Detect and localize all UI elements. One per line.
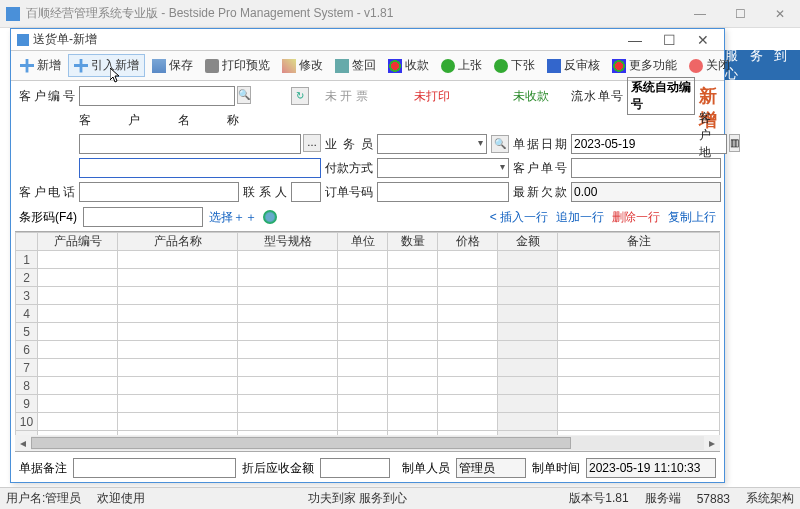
import-new-button[interactable]: 引入新增 <box>68 54 145 77</box>
table-row[interactable]: 4 <box>16 305 720 323</box>
status-unprinted: 未打印 <box>377 88 487 105</box>
cust-addr-input[interactable] <box>79 158 321 178</box>
scroll-right-icon[interactable]: ▸ <box>704 436 720 450</box>
edit-button[interactable]: 修改 <box>277 55 328 76</box>
row-number: 3 <box>16 287 38 305</box>
maketime-value <box>586 458 716 478</box>
print-preview-button[interactable]: 打印预览 <box>200 55 275 76</box>
status-version: 版本号1.81 <box>569 490 628 507</box>
status-slogan: 功夫到家 服务到心 <box>308 490 407 507</box>
label-latest-owe: 最新欠款 <box>513 184 567 201</box>
contact-input[interactable] <box>291 182 321 202</box>
row-number: 1 <box>16 251 38 269</box>
table-row[interactable]: 10 <box>16 413 720 431</box>
grid-wrap: 产品编号 产品名称 型号规格 单位 数量 价格 金额 备注 1234567891… <box>15 231 720 452</box>
status-unpaid: 未收款 <box>513 88 567 105</box>
grid-hscrollbar[interactable]: ◂ ▸ <box>15 435 720 451</box>
inner-min-button[interactable]: — <box>620 32 650 48</box>
scroll-thumb[interactable] <box>31 437 571 449</box>
date-picker-button[interactable]: ▥ <box>729 134 740 152</box>
app-icon <box>6 7 20 21</box>
label-cust-tel: 客户电话 <box>19 184 75 201</box>
table-row[interactable]: 2 <box>16 269 720 287</box>
col-qty[interactable]: 数量 <box>388 233 438 251</box>
pay-button[interactable]: 收款 <box>383 55 434 76</box>
inner-close-button[interactable]: ✕ <box>688 32 718 48</box>
close-button[interactable]: 关闭 <box>684 55 735 76</box>
insert-row-link[interactable]: < 插入一行 <box>490 209 548 226</box>
scroll-left-icon[interactable]: ◂ <box>15 436 31 450</box>
col-prod-no[interactable]: 产品编号 <box>38 233 118 251</box>
cust-no-lookup-button[interactable]: 🔍 <box>237 86 251 104</box>
globe-icon[interactable] <box>263 210 277 224</box>
inner-titlebar: 送货单-新增 — ☐ ✕ <box>11 29 724 51</box>
table-row[interactable]: 3 <box>16 287 720 305</box>
save-button[interactable]: 保存 <box>147 55 198 76</box>
col-unit[interactable]: 单位 <box>338 233 388 251</box>
review-button[interactable]: 反审核 <box>542 55 605 76</box>
close-icon <box>689 59 703 73</box>
table-row[interactable]: 7 <box>16 359 720 377</box>
cust-no-input[interactable] <box>79 86 235 106</box>
col-prod-name[interactable]: 产品名称 <box>118 233 238 251</box>
more-button[interactable]: 更多功能 <box>607 55 682 76</box>
status-welcome: 欢迎使用 <box>97 490 145 507</box>
row-number: 8 <box>16 377 38 395</box>
table-row[interactable]: 9 <box>16 395 720 413</box>
items-grid[interactable]: 产品编号 产品名称 型号规格 单位 数量 价格 金额 备注 1234567891… <box>15 232 720 452</box>
next-button[interactable]: 下张 <box>489 55 540 76</box>
table-row[interactable]: 5 <box>16 323 720 341</box>
refresh-button[interactable]: ↻ <box>291 87 309 105</box>
col-remark[interactable]: 备注 <box>558 233 720 251</box>
label-maker: 制单人员 <box>402 460 450 477</box>
sign-button[interactable]: 签回 <box>330 55 381 76</box>
import-icon <box>74 59 88 73</box>
row-number: 10 <box>16 413 38 431</box>
footer-form: 单据备注 折后应收金额 制单人员 制单时间 <box>11 454 724 482</box>
copy-row-link[interactable]: 复制上行 <box>668 209 716 226</box>
row-number: 5 <box>16 323 38 341</box>
row-number: 4 <box>16 305 38 323</box>
table-row[interactable]: 6 <box>16 341 720 359</box>
outer-close-button[interactable]: ✕ <box>766 7 794 21</box>
print-icon <box>205 59 219 73</box>
barcode-row: 条形码(F4) 选择＋＋ < 插入一行 追加一行 删除一行 复制上行 <box>11 205 724 229</box>
outer-min-button[interactable]: — <box>686 7 714 21</box>
append-row-link[interactable]: 追加一行 <box>556 209 604 226</box>
cust-name-input[interactable] <box>79 134 301 154</box>
status-server: 服务端 <box>645 490 681 507</box>
cust-name-lookup-button[interactable]: … <box>303 134 321 152</box>
review-icon <box>547 59 561 73</box>
table-row[interactable]: 8 <box>16 377 720 395</box>
after-disc-input[interactable] <box>320 458 390 478</box>
label-contact: 联系人 <box>243 184 287 201</box>
label-order-no: 订单号码 <box>325 184 373 201</box>
barcode-input[interactable] <box>83 207 203 227</box>
new-button[interactable]: 新增 <box>15 55 66 76</box>
col-amount[interactable]: 金额 <box>498 233 558 251</box>
prev-button[interactable]: 上张 <box>436 55 487 76</box>
cust-tel-input[interactable] <box>79 182 239 202</box>
table-row[interactable]: 1 <box>16 251 720 269</box>
outer-max-button[interactable]: ☐ <box>726 7 754 21</box>
delete-row-link[interactable]: 删除一行 <box>612 209 660 226</box>
inner-max-button[interactable]: ☐ <box>654 32 684 48</box>
label-after-disc: 折后应收金额 <box>242 460 314 477</box>
salesman-lookup-button[interactable]: 🔍 <box>491 135 509 153</box>
label-pay-method: 付款方式 <box>325 160 373 177</box>
banner-strip: 服 务 到 心 <box>725 50 800 80</box>
pay-method-combo[interactable] <box>377 158 509 178</box>
label-cust-name: 客户名称 <box>79 112 239 129</box>
status-port: 57883 <box>697 492 730 506</box>
next-icon <box>494 59 508 73</box>
label-salesman: 业务员 <box>325 136 373 153</box>
remark-input[interactable] <box>73 458 236 478</box>
cust-doc-input[interactable] <box>571 158 721 178</box>
col-price[interactable]: 价格 <box>438 233 498 251</box>
row-number: 2 <box>16 269 38 287</box>
select-products-link[interactable]: 选择＋＋ <box>209 209 257 226</box>
order-no-input[interactable] <box>377 182 509 202</box>
label-cust-no: 客户编号 <box>19 88 75 105</box>
salesman-combo[interactable] <box>377 134 487 154</box>
col-spec[interactable]: 型号规格 <box>238 233 338 251</box>
